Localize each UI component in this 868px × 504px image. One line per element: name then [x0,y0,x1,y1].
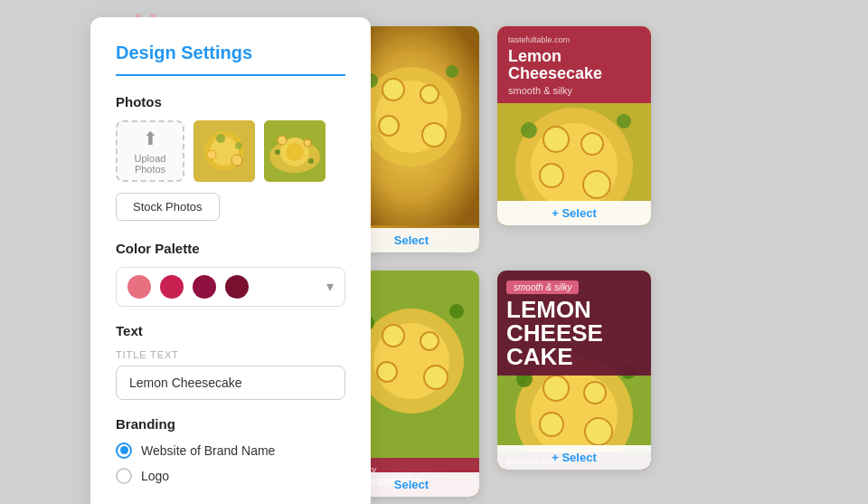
radio-option-logo[interactable]: Logo [116,468,345,484]
upload-label: Upload Photos [118,153,183,175]
svg-point-20 [420,85,439,103]
upload-icon: ⬆ [143,128,158,149]
panel-title: Design Settings [116,43,345,76]
card4-select-bar[interactable]: + Select [497,445,651,470]
title-text-field-label: TITLE TEXT [116,349,345,360]
recipe-card-2[interactable]: tastefultable.com LemonCheesecake smooth… [497,26,651,225]
svg-point-48 [543,376,569,401]
svg-point-11 [278,136,287,145]
text-section: Text TITLE TEXT [116,323,345,400]
svg-point-4 [235,142,242,149]
palette-chevron-icon: ▾ [326,278,334,295]
radio-website-label: Website of Brand Name [141,443,275,458]
photo-thumb-2[interactable] [264,120,326,182]
color-palette-section: Color Palette ▾ [116,241,345,307]
svg-point-31 [540,164,563,187]
svg-point-22 [422,123,446,147]
radio-logo-label: Logo [141,469,169,483]
svg-point-39 [420,332,439,350]
page-wrapper: Design Settings Photos ⬆ Upload Photos [0,0,868,504]
upload-photos-button[interactable]: ⬆ Upload Photos [116,120,184,182]
svg-point-24 [446,65,458,78]
svg-point-19 [382,79,404,100]
color-swatch-1[interactable] [127,275,151,299]
card4-overlay: smooth & silky LEMONCHEESECAKE [497,271,651,376]
radio-option-website[interactable]: Website of Brand Name [116,442,345,459]
svg-point-33 [521,122,537,138]
radio-website-indicator [116,442,132,459]
color-swatch-2[interactable] [160,275,184,299]
radio-logo-indicator [116,468,132,484]
photos-section-label: Photos [116,94,345,109]
svg-point-49 [584,382,606,404]
svg-point-6 [231,155,242,166]
svg-point-50 [540,413,563,436]
svg-point-13 [275,149,280,155]
svg-point-5 [207,150,216,159]
svg-point-10 [286,143,304,161]
svg-point-51 [585,418,612,445]
stock-photos-button[interactable]: Stock Photos [116,193,220,221]
palette-row[interactable]: ▾ [116,267,345,307]
svg-point-29 [543,127,569,152]
svg-point-3 [216,134,225,143]
card2-select-button[interactable]: + Select [552,206,597,220]
card2-title: LemonCheesecake [508,48,640,84]
photo-thumb-1[interactable] [193,120,255,182]
card4-select-button[interactable]: + Select [552,451,597,464]
svg-point-38 [382,325,404,347]
branding-section-label: Branding [116,416,345,432]
svg-point-40 [377,362,397,382]
main-container: Design Settings Photos ⬆ Upload Photos [90,17,778,488]
text-section-label: Text [116,323,345,338]
recipe-card-4[interactable]: smooth & silky LEMONCHEESECAKE tastefult… [497,271,651,470]
design-panel: Design Settings Photos ⬆ Upload Photos [90,17,371,505]
svg-point-41 [424,366,448,389]
cards-area: Select [335,17,787,488]
color-swatch-4[interactable] [225,275,249,299]
card1-select-button[interactable]: Select [394,233,429,247]
svg-point-30 [581,133,603,155]
color-palette-label: Color Palette [116,241,345,256]
svg-point-14 [308,158,314,164]
photos-row: ⬆ Upload Photos [116,120,345,182]
svg-point-21 [379,116,399,136]
card3-select-button[interactable]: Select [394,478,429,491]
card4-tag: smooth & silky [506,281,579,294]
svg-point-32 [583,171,610,198]
card4-title: LEMONCHEESECAKE [506,298,642,368]
card2-overlay: tastefultable.com LemonCheesecake smooth… [497,26,651,104]
color-swatch-3[interactable] [193,275,216,299]
svg-point-34 [617,114,631,128]
card2-select-bar[interactable]: + Select [497,201,651,225]
title-text-input[interactable] [116,366,345,400]
svg-point-12 [304,139,311,147]
svg-point-43 [449,304,464,319]
branding-section: Branding Website of Brand Name Logo [116,416,345,484]
card2-subtitle: smooth & silky [508,85,640,96]
card2-site: tastefultable.com [508,35,640,44]
